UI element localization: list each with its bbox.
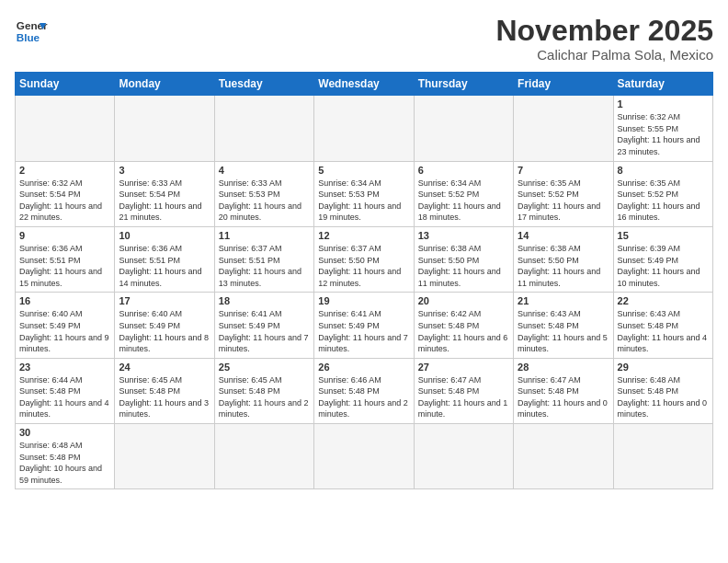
calendar-day-cell: 24Sunrise: 6:45 AM Sunset: 5:48 PM Dayli… [115, 358, 214, 423]
calendar-day-cell: 7Sunrise: 6:35 AM Sunset: 5:52 PM Daylig… [514, 161, 613, 226]
calendar-day-cell: 17Sunrise: 6:40 AM Sunset: 5:49 PM Dayli… [115, 293, 214, 358]
day-info: Sunrise: 6:34 AM Sunset: 5:52 PM Dayligh… [418, 178, 509, 224]
day-info: Sunrise: 6:32 AM Sunset: 5:55 PM Dayligh… [618, 111, 709, 157]
day-number: 8 [618, 165, 709, 176]
day-info: Sunrise: 6:41 AM Sunset: 5:49 PM Dayligh… [318, 308, 409, 354]
calendar-day-cell [314, 424, 414, 489]
day-number: 2 [19, 165, 110, 176]
calendar-day-cell [115, 96, 214, 161]
day-info: Sunrise: 6:33 AM Sunset: 5:54 PM Dayligh… [119, 178, 210, 224]
day-info: Sunrise: 6:33 AM Sunset: 5:53 PM Dayligh… [219, 178, 310, 224]
day-info: Sunrise: 6:36 AM Sunset: 5:51 PM Dayligh… [19, 243, 110, 289]
day-info: Sunrise: 6:38 AM Sunset: 5:50 PM Dayligh… [418, 243, 509, 289]
day-number: 9 [19, 230, 110, 241]
day-info: Sunrise: 6:36 AM Sunset: 5:51 PM Dayligh… [119, 243, 210, 289]
calendar-body: 1Sunrise: 6:32 AM Sunset: 5:55 PM Daylig… [16, 96, 713, 489]
location-title: Calichar Palma Sola, Mexico [495, 47, 713, 63]
day-number: 5 [318, 165, 409, 176]
calendar-day-cell [16, 96, 115, 161]
calendar-week-row: 9Sunrise: 6:36 AM Sunset: 5:51 PM Daylig… [16, 226, 713, 292]
day-info: Sunrise: 6:48 AM Sunset: 5:48 PM Dayligh… [618, 374, 709, 420]
day-number: 1 [618, 98, 709, 109]
logo-icon: General Blue [15, 15, 48, 48]
weekday-header-cell: Thursday [414, 73, 513, 96]
day-number: 25 [219, 362, 310, 373]
calendar-day-cell: 4Sunrise: 6:33 AM Sunset: 5:53 PM Daylig… [214, 161, 313, 226]
logo: General Blue [15, 15, 48, 48]
calendar-week-row: 1Sunrise: 6:32 AM Sunset: 5:55 PM Daylig… [16, 96, 713, 161]
calendar-day-cell [613, 424, 712, 489]
calendar-day-cell: 30Sunrise: 6:48 AM Sunset: 5:48 PM Dayli… [16, 424, 115, 489]
calendar-day-cell [115, 424, 214, 489]
weekday-header-cell: Friday [514, 73, 613, 96]
calendar-day-cell [514, 424, 613, 489]
calendar-day-cell: 29Sunrise: 6:48 AM Sunset: 5:48 PM Dayli… [613, 358, 712, 423]
calendar-day-cell: 5Sunrise: 6:34 AM Sunset: 5:53 PM Daylig… [314, 161, 414, 226]
calendar-week-row: 2Sunrise: 6:32 AM Sunset: 5:54 PM Daylig… [16, 161, 713, 226]
calendar-day-cell: 9Sunrise: 6:36 AM Sunset: 5:51 PM Daylig… [16, 226, 115, 292]
day-number: 26 [318, 362, 409, 373]
weekday-header: SundayMondayTuesdayWednesdayThursdayFrid… [16, 73, 713, 96]
day-info: Sunrise: 6:37 AM Sunset: 5:50 PM Dayligh… [318, 243, 409, 289]
calendar-week-row: 23Sunrise: 6:44 AM Sunset: 5:48 PM Dayli… [16, 358, 713, 423]
weekday-header-cell: Wednesday [314, 73, 414, 96]
day-info: Sunrise: 6:48 AM Sunset: 5:48 PM Dayligh… [19, 440, 110, 486]
calendar-day-cell: 23Sunrise: 6:44 AM Sunset: 5:48 PM Dayli… [16, 358, 115, 423]
day-info: Sunrise: 6:47 AM Sunset: 5:48 PM Dayligh… [518, 374, 609, 420]
day-info: Sunrise: 6:40 AM Sunset: 5:49 PM Dayligh… [19, 308, 110, 354]
day-number: 21 [518, 295, 609, 306]
weekday-header-cell: Monday [115, 73, 214, 96]
day-info: Sunrise: 6:46 AM Sunset: 5:48 PM Dayligh… [318, 374, 409, 420]
calendar-day-cell: 8Sunrise: 6:35 AM Sunset: 5:52 PM Daylig… [613, 161, 712, 226]
calendar-day-cell: 28Sunrise: 6:47 AM Sunset: 5:48 PM Dayli… [514, 358, 613, 423]
calendar-day-cell: 19Sunrise: 6:41 AM Sunset: 5:49 PM Dayli… [314, 293, 414, 358]
day-info: Sunrise: 6:43 AM Sunset: 5:48 PM Dayligh… [618, 308, 709, 354]
calendar-day-cell: 15Sunrise: 6:39 AM Sunset: 5:49 PM Dayli… [613, 226, 712, 292]
day-info: Sunrise: 6:43 AM Sunset: 5:48 PM Dayligh… [518, 308, 609, 354]
day-number: 6 [418, 165, 509, 176]
title-area: November 2025 Calichar Palma Sola, Mexic… [495, 15, 713, 63]
calendar-day-cell: 3Sunrise: 6:33 AM Sunset: 5:54 PM Daylig… [115, 161, 214, 226]
day-number: 29 [618, 362, 709, 373]
day-number: 20 [418, 295, 509, 306]
calendar-day-cell: 20Sunrise: 6:42 AM Sunset: 5:48 PM Dayli… [414, 293, 513, 358]
calendar-day-cell: 10Sunrise: 6:36 AM Sunset: 5:51 PM Dayli… [115, 226, 214, 292]
day-number: 28 [518, 362, 609, 373]
day-info: Sunrise: 6:44 AM Sunset: 5:48 PM Dayligh… [19, 374, 110, 420]
day-number: 30 [19, 427, 110, 438]
calendar-day-cell [414, 424, 513, 489]
calendar-day-cell [514, 96, 613, 161]
calendar-day-cell: 16Sunrise: 6:40 AM Sunset: 5:49 PM Dayli… [16, 293, 115, 358]
calendar-day-cell: 25Sunrise: 6:45 AM Sunset: 5:48 PM Dayli… [214, 358, 313, 423]
calendar-day-cell: 11Sunrise: 6:37 AM Sunset: 5:51 PM Dayli… [214, 226, 313, 292]
calendar: SundayMondayTuesdayWednesdayThursdayFrid… [15, 72, 713, 489]
calendar-day-cell: 14Sunrise: 6:38 AM Sunset: 5:50 PM Dayli… [514, 226, 613, 292]
day-info: Sunrise: 6:35 AM Sunset: 5:52 PM Dayligh… [618, 178, 709, 224]
day-number: 10 [119, 230, 210, 241]
day-number: 7 [518, 165, 609, 176]
calendar-day-cell: 6Sunrise: 6:34 AM Sunset: 5:52 PM Daylig… [414, 161, 513, 226]
day-info: Sunrise: 6:37 AM Sunset: 5:51 PM Dayligh… [219, 243, 310, 289]
calendar-day-cell: 18Sunrise: 6:41 AM Sunset: 5:49 PM Dayli… [214, 293, 313, 358]
calendar-week-row: 30Sunrise: 6:48 AM Sunset: 5:48 PM Dayli… [16, 424, 713, 489]
day-number: 17 [119, 295, 210, 306]
day-info: Sunrise: 6:38 AM Sunset: 5:50 PM Dayligh… [518, 243, 609, 289]
calendar-day-cell: 26Sunrise: 6:46 AM Sunset: 5:48 PM Dayli… [314, 358, 414, 423]
day-number: 13 [418, 230, 509, 241]
day-info: Sunrise: 6:39 AM Sunset: 5:49 PM Dayligh… [618, 243, 709, 289]
day-number: 14 [518, 230, 609, 241]
day-info: Sunrise: 6:40 AM Sunset: 5:49 PM Dayligh… [119, 308, 210, 354]
weekday-header-cell: Sunday [16, 73, 115, 96]
calendar-day-cell [214, 96, 313, 161]
day-number: 23 [19, 362, 110, 373]
day-info: Sunrise: 6:45 AM Sunset: 5:48 PM Dayligh… [219, 374, 310, 420]
calendar-day-cell: 12Sunrise: 6:37 AM Sunset: 5:50 PM Dayli… [314, 226, 414, 292]
month-title: November 2025 [495, 15, 713, 47]
day-number: 19 [318, 295, 409, 306]
day-number: 11 [219, 230, 310, 241]
day-number: 4 [219, 165, 310, 176]
weekday-header-cell: Saturday [613, 73, 712, 96]
day-number: 24 [119, 362, 210, 373]
day-info: Sunrise: 6:41 AM Sunset: 5:49 PM Dayligh… [219, 308, 310, 354]
day-info: Sunrise: 6:32 AM Sunset: 5:54 PM Dayligh… [19, 178, 110, 224]
